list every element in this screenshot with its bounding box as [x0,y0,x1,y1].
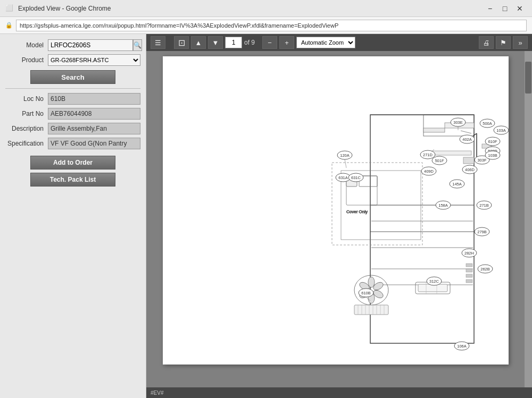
svg-text:409D: 409D [424,169,434,174]
bookmark-button[interactable]: ⚑ [496,36,511,49]
zoom-in-button[interactable]: + [279,36,294,49]
svg-text:500A: 500A [483,121,492,126]
prev-page-button[interactable]: ▲ [191,36,206,49]
model-search-icon-button[interactable]: 🔍 [133,39,142,51]
loc-no-row: Loc No [5,93,140,105]
svg-rect-31 [354,305,388,315]
model-label: Model [5,41,48,49]
close-button[interactable]: ✕ [513,3,527,14]
part-no-input[interactable] [48,108,140,120]
address-input[interactable] [16,20,527,31]
maximize-button[interactable]: □ [498,3,512,14]
pdf-page: Cover Only [163,56,509,365]
zoom-select[interactable]: Automatic Zoom 50% 75% 100% 125% 150% [296,37,355,48]
svg-text:610B: 610B [361,291,371,295]
window-controls: − □ ✕ [483,3,527,14]
browser-icon: ⬜ [5,4,14,13]
svg-rect-8 [466,264,472,267]
footer-text: #EV# [151,390,163,396]
sidebar-toggle-button[interactable]: ☰ [151,36,165,49]
right-panel: ☰ ⊡ ▲ ▼ of 9 − + Automatic Zoom 50% 75% … [146,34,532,398]
svg-point-25 [368,277,375,287]
description-row: Description [5,123,140,134]
next-page-button[interactable]: ▼ [208,36,223,49]
pdf-content: Cover Only [146,51,532,387]
svg-rect-50 [463,157,474,164]
svg-text:158A: 158A [438,203,448,208]
svg-text:631A: 631A [338,175,348,180]
svg-text:271B: 271B [479,203,489,208]
specification-row: Specification [5,138,140,149]
product-label: Product [5,56,48,64]
zoom-out-button[interactable]: − [262,36,277,49]
svg-text:303E: 303E [453,120,463,125]
left-panel: Model 🔍 Product GR-G268FSRH.ASTC Search … [0,34,146,398]
main-content: Model 🔍 Product GR-G268FSRH.ASTC Search … [0,34,532,398]
description-input[interactable] [48,123,140,134]
model-input[interactable] [48,39,133,51]
loc-no-label: Loc No [5,95,48,103]
product-row: Product GR-G268FSRH.ASTC [5,54,140,66]
specification-label: Specification [5,140,48,147]
lock-icon: 🔒 [5,22,13,29]
svg-text:Cover Only: Cover Only [346,209,368,214]
print-button[interactable]: 🖨 [479,36,494,49]
svg-text:103B: 103B [488,153,497,158]
svg-rect-49 [431,151,471,155]
part-no-row: Part No [5,108,140,120]
model-row: Model 🔍 [5,39,140,51]
svg-text:120A: 120A [340,153,350,158]
pdf-footer: #EV# [146,387,532,398]
window-title: Exploded View - Google Chrome [18,5,483,12]
loc-no-input[interactable] [48,93,140,105]
svg-text:501F: 501F [435,158,444,163]
page-total-label: of 9 [244,39,255,46]
svg-text:279B: 279B [477,230,487,234]
description-label: Description [5,125,48,132]
svg-rect-9 [466,269,472,272]
svg-rect-10 [466,274,472,277]
address-bar: 🔒 [0,17,532,34]
title-bar: ⬜ Exploded View - Google Chrome − □ ✕ [0,0,532,17]
more-tools-button[interactable]: » [513,36,528,49]
svg-rect-45 [423,128,445,132]
svg-text:271D: 271D [423,153,433,157]
search-button[interactable]: Search [30,70,115,84]
specification-input[interactable] [48,138,140,149]
zoom-fit-button[interactable]: ⊡ [174,36,189,49]
exploded-diagram: Cover Only [163,56,509,365]
svg-text:610F: 610F [488,139,497,144]
svg-text:303F: 303F [477,158,487,163]
svg-text:402A: 402A [462,137,472,142]
page-number-input[interactable] [225,37,242,48]
pdf-scroll-area[interactable]: Cover Only [146,51,525,387]
part-no-label: Part No [5,110,48,117]
svg-text:106A: 106A [457,344,467,349]
svg-rect-0 [163,56,509,365]
pdf-toolbar: ☰ ⊡ ▲ ▼ of 9 − + Automatic Zoom 50% 75% … [146,34,532,51]
minimize-button[interactable]: − [483,3,497,14]
add-to-order-button[interactable]: Add to Order [30,156,115,170]
product-select[interactable]: GR-G268FSRH.ASTC [48,54,140,66]
svg-rect-11 [466,280,472,283]
vertical-scrollbar[interactable] [525,51,532,387]
scroll-thumb[interactable] [525,62,531,94]
svg-text:145A: 145A [452,182,462,187]
svg-text:282H: 282H [464,251,474,256]
svg-text:262B: 262B [480,267,490,272]
svg-text:312C: 312C [429,279,439,284]
svg-text:406D: 406D [465,167,475,172]
svg-text:631C: 631C [351,175,361,180]
tech-pack-list-button[interactable]: Tech. Pack List [30,173,115,187]
svg-text:103A: 103A [496,128,506,133]
